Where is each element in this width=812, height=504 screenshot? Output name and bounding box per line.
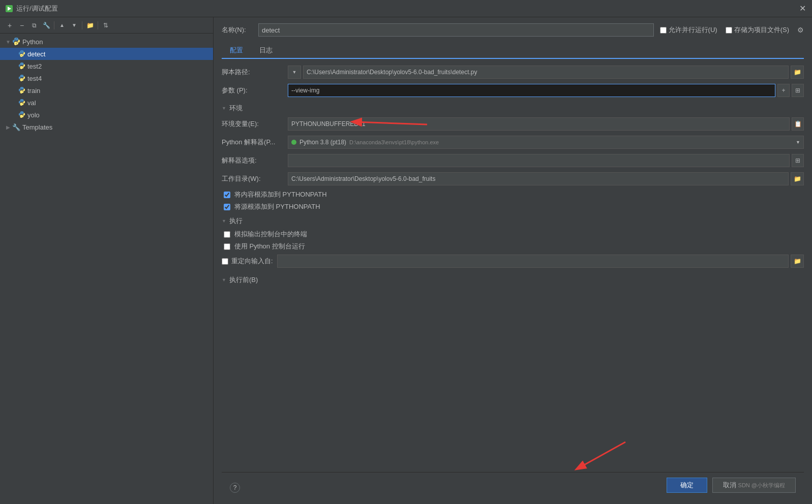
script-path-folder-button[interactable]: 📁 (791, 66, 804, 79)
config-item-val[interactable]: val (0, 97, 213, 109)
toolbar-separator-3 (98, 21, 98, 29)
help-button[interactable]: ? (230, 483, 240, 493)
script-path-label-text: 脚本路径: (222, 68, 250, 76)
config-item-train[interactable]: train (0, 84, 213, 97)
test4-py-icon (18, 74, 25, 83)
parallel-run-checkbox[interactable] (660, 27, 667, 34)
emulate-terminal-checkbox[interactable] (224, 231, 230, 238)
config-item-detect[interactable]: detect (0, 48, 213, 60)
params-row: 参数 (P): + ⊞ (222, 83, 804, 98)
interpreter-path: D:\anaconda3\envs\pt18\python.exe (349, 139, 794, 145)
script-path-dropdown-btn[interactable]: ▼ (288, 66, 301, 79)
folder-button[interactable]: 📁 (84, 20, 96, 31)
before-launch-section-header[interactable]: ▼ 执行前(B) (222, 273, 804, 287)
templates-wrench-icon: 🔧 (12, 123, 20, 131)
name-input[interactable] (258, 23, 654, 37)
plus-icon: + (8, 21, 12, 29)
store-as-project-file-checkbox-label[interactable]: 存储为项目文件(S) (726, 25, 789, 35)
redirect-input-label[interactable]: 重定向输入自: (231, 257, 273, 266)
move-up-button[interactable]: ▲ (56, 20, 68, 31)
params-input[interactable] (288, 84, 775, 97)
form-section: 脚本路径: ▼ 📁 参数 (P): + (222, 65, 804, 472)
left-toolbar: + − ⧉ 🔧 ▲ ▼ 📁 ⇅ (0, 17, 213, 34)
execution-section-label: 执行 (229, 216, 243, 226)
env-var-input[interactable] (288, 117, 790, 131)
templates-header[interactable]: ▶ 🔧 Templates (0, 121, 213, 133)
redirect-input-field[interactable] (277, 255, 789, 268)
down-arrow-icon: ▼ (72, 22, 77, 28)
env-section-arrow: ▼ (222, 106, 226, 111)
execution-section-header[interactable]: ▼ 执行 (222, 214, 804, 228)
store-as-project-file-checkbox[interactable] (726, 27, 732, 34)
add-content-roots-label[interactable]: 将内容根添加到 PYTHONPATH (234, 190, 327, 199)
env-section-header[interactable]: ▼ 环境 (222, 102, 804, 115)
python-group-header[interactable]: ▼ Python (0, 36, 213, 48)
interpreter-select[interactable]: Python 3.8 (pt18) D:\anaconda3\envs\pt18… (288, 136, 804, 149)
config-item-test2-label: test2 (27, 62, 42, 70)
config-item-yolo[interactable]: yolo (0, 109, 213, 121)
clipboard-icon: 📋 (794, 120, 802, 128)
emulate-terminal-row: 模拟输出控制台中的终端 (222, 230, 804, 239)
add-source-roots-checkbox[interactable] (224, 204, 230, 210)
parallel-run-checkbox-label[interactable]: 允许并行运行(U) (660, 25, 717, 35)
config-tree: ▼ Python detect (0, 34, 213, 504)
tab-config[interactable]: 配置 (222, 43, 251, 59)
work-dir-value: 📁 (288, 172, 804, 185)
cancel-button[interactable]: 取消 SDN @小秋学编程 (712, 478, 796, 493)
python-group-arrow: ▼ (4, 39, 12, 45)
before-launch-arrow: ▼ (222, 277, 226, 282)
tab-log[interactable]: 日志 (251, 43, 281, 59)
redirect-input-value: 📁 (277, 255, 804, 268)
config-item-yolo-label: yolo (27, 111, 40, 119)
params-label: 参数 (P): (222, 86, 288, 95)
redirect-input-folder-button[interactable]: 📁 (791, 255, 804, 268)
env-var-edit-button[interactable]: 📋 (792, 117, 804, 131)
confirm-button[interactable]: 确定 (667, 478, 707, 493)
add-source-roots-label[interactable]: 将源根添加到 PYTHONPATH (234, 202, 320, 211)
templates-arrow: ▶ (4, 124, 12, 130)
interpreter-label: Python 解释器(P... (222, 138, 288, 147)
sort-icon: ⇅ (103, 22, 108, 29)
python-console-row: 使用 Python 控制台运行 (222, 242, 804, 251)
interpreter-dropdown-arrow: ▼ (796, 140, 800, 145)
val-py-icon (18, 99, 25, 107)
python-console-checkbox[interactable] (224, 243, 230, 250)
config-item-test2[interactable]: test2 (0, 60, 213, 72)
cancel-label: 取消 (723, 481, 736, 489)
interpreter-dot (291, 140, 296, 145)
expand-icon: ⊞ (795, 157, 800, 164)
python-console-label[interactable]: 使用 Python 控制台运行 (234, 242, 305, 251)
config-item-test4[interactable]: test4 (0, 72, 213, 84)
add-config-button[interactable]: + (4, 20, 15, 31)
emulate-terminal-label[interactable]: 模拟输出控制台中的终端 (234, 230, 307, 239)
python-group-label: Python (22, 38, 43, 46)
add-content-roots-checkbox[interactable] (224, 192, 230, 198)
params-expand-button[interactable]: ⊞ (792, 84, 804, 97)
work-dir-folder-button[interactable]: 📁 (791, 172, 804, 185)
script-path-input[interactable] (303, 66, 789, 79)
interpreter-row: Python 解释器(P... Python 3.8 (pt18) D:\ana… (222, 135, 804, 149)
interpreter-options-expand-button[interactable]: ⊞ (792, 154, 804, 167)
work-dir-input[interactable] (288, 172, 789, 185)
yolo-py-icon (18, 111, 25, 119)
settings-button[interactable]: 🔧 (41, 20, 52, 31)
test2-py-icon (18, 62, 25, 71)
redirect-input-checkbox[interactable] (222, 258, 228, 265)
gear-button[interactable]: ⚙ (797, 26, 804, 34)
copy-config-button[interactable]: ⧉ (28, 20, 40, 31)
params-plus-button[interactable]: + (777, 84, 790, 97)
wrench-icon: 🔧 (43, 22, 50, 29)
interpreter-options-label: 解释器选项: (222, 156, 288, 165)
interpreter-options-input[interactable] (288, 154, 790, 167)
env-var-row: 环境变量(E): 📋 (222, 117, 804, 131)
name-row: 名称(N): 允许并行运行(U) 存储为项目文件(S) ⚙ (222, 23, 804, 37)
close-button[interactable]: ✕ (799, 5, 806, 13)
add-content-roots-row: 将内容根添加到 PYTHONPATH (222, 190, 804, 199)
redirect-input-row: 重定向输入自: 📁 (222, 254, 804, 268)
sort-button[interactable]: ⇅ (100, 20, 111, 31)
right-panel: 名称(N): 允许并行运行(U) 存储为项目文件(S) ⚙ 配置 日志 (214, 17, 812, 504)
toolbar-separator-2 (82, 21, 82, 29)
remove-config-button[interactable]: − (16, 20, 27, 31)
move-down-button[interactable]: ▼ (69, 20, 80, 31)
before-launch-label: 执行前(B) (229, 275, 258, 285)
